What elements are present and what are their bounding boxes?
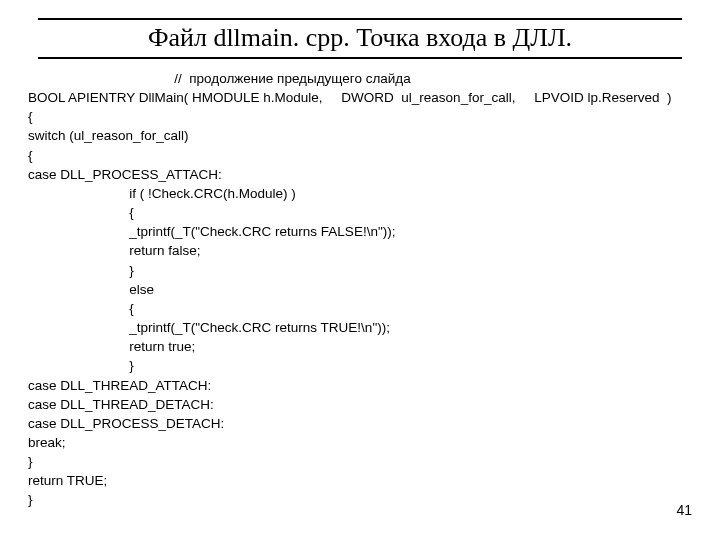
slide-title-bar: Файл dllmain. cpp. Точка входа в ДЛЛ. (38, 18, 682, 59)
slide-title: Файл dllmain. cpp. Точка входа в ДЛЛ. (148, 23, 572, 52)
code-block: // продолжение предыдущего слайда BOOL A… (28, 69, 692, 510)
page-number: 41 (676, 502, 692, 518)
